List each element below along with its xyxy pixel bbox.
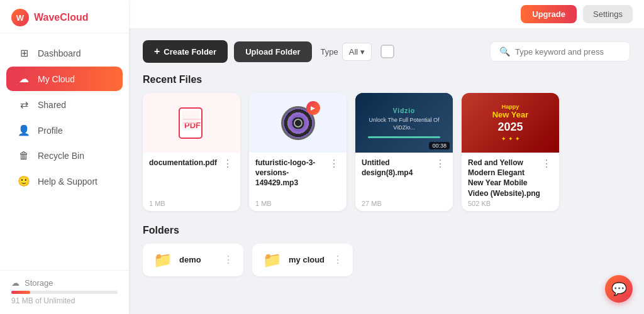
sidebar-item-my-cloud-label: My Cloud: [38, 74, 75, 84]
file-size-pdf: 1 MB: [149, 200, 234, 207]
sidebar-item-recycle-bin-label: Recycle Bin: [38, 151, 84, 161]
sidebar-item-dashboard[interactable]: ⊞ Dashboard: [6, 41, 123, 65]
topbar: Upgrade Settings: [129, 0, 644, 29]
sidebar: W WaveCloud ⊞ Dashboard ☁ My Cloud ⇄ Sha…: [0, 0, 129, 314]
logo-wave: Wave: [34, 12, 60, 23]
file-menu-mp4[interactable]: ⋮: [434, 158, 447, 170]
sidebar-nav: ⊞ Dashboard ☁ My Cloud ⇄ Shared 👤 Profil…: [0, 33, 129, 270]
image-thumbnail: Happy New Year 2025 ✦ ✦ ✦: [462, 93, 559, 153]
file-thumb-image: Happy New Year 2025 ✦ ✦ ✦: [462, 93, 559, 153]
chevron-down-icon: ▾: [360, 47, 365, 57]
search-icon: 🔍: [499, 46, 510, 57]
sidebar-item-help-support-label: Help & Support: [38, 176, 97, 187]
sidebar-item-dashboard-label: Dashboard: [38, 48, 81, 58]
video-progress-bar: [368, 136, 440, 138]
logo-cloud: Cloud: [60, 12, 88, 23]
folder-icon-my-cloud: 📁: [263, 251, 282, 269]
sidebar-item-help-support[interactable]: 🙂 Help & Support: [6, 169, 123, 193]
content-area: + Create Folder Upload Folder Type All ▾…: [129, 29, 644, 288]
file-menu-pdf[interactable]: ⋮: [221, 158, 234, 170]
file-info-image: Red and Yellow Modern Elegant New Year M…: [462, 153, 559, 211]
file-menu-image[interactable]: ⋮: [540, 158, 553, 170]
toolbar: + Create Folder Upload Folder Type All ▾…: [143, 40, 630, 63]
file-thumb-pdf: PDF: [143, 93, 240, 153]
folder-icon-demo: 📁: [153, 251, 172, 269]
file-thumb-mp3: ▶: [249, 93, 347, 153]
files-grid: PDF documentation.pdf ⋮ 1 MB: [143, 93, 630, 211]
shared-icon: ⇄: [18, 99, 30, 111]
file-info-pdf: documentation.pdf ⋮ 1 MB: [143, 153, 240, 211]
img-year: 2025: [497, 121, 523, 134]
dashboard-icon: ⊞: [18, 47, 30, 59]
file-info-mp3: futuristic-logo-3-versions-149429.mp3 ⋮ …: [249, 153, 347, 211]
file-name-mp3: futuristic-logo-3-versions-149429.mp3: [255, 158, 328, 188]
sidebar-item-profile-label: Profile: [38, 126, 63, 136]
profile-icon: 👤: [18, 124, 30, 136]
file-info-mp4: Untitled design(8).mp4 ⋮ 27 MB: [355, 153, 453, 211]
sidebar-item-profile[interactable]: 👤 Profile: [6, 118, 123, 143]
storage-label: ☁ Storage: [11, 278, 118, 288]
folder-card-my-cloud: 📁 my cloud ⋮: [252, 244, 353, 276]
main-content: Upgrade Settings + Create Folder Upload …: [129, 0, 644, 314]
img-decorations: ✦ ✦ ✦: [501, 136, 520, 142]
file-size-image: 502 KB: [468, 200, 553, 207]
folders-title: Folders: [143, 225, 630, 236]
folder-icon-my-cloud-wrap: 📁: [262, 250, 282, 270]
video-brand: Vidzio: [393, 107, 415, 114]
type-select-dropdown[interactable]: All ▾: [342, 43, 372, 61]
file-card-pdf: PDF documentation.pdf ⋮ 1 MB: [143, 93, 240, 211]
file-card-image: Happy New Year 2025 ✦ ✦ ✦ Red and Yellow…: [462, 93, 559, 211]
folder-icon-demo-wrap: 📁: [153, 250, 173, 270]
storage-bar-fill: [11, 291, 30, 294]
sidebar-item-shared[interactable]: ⇄ Shared: [6, 92, 123, 117]
file-name-pdf: documentation.pdf: [149, 158, 221, 168]
logo-area: W WaveCloud: [0, 0, 129, 33]
file-size-mp4: 27 MB: [362, 200, 447, 207]
img-happy: Happy: [502, 104, 519, 110]
svg-text:PDF: PDF: [184, 121, 201, 130]
storage-size-label: 91 MB of Unlimited: [11, 296, 118, 305]
folder-menu-demo[interactable]: ⋮: [223, 254, 233, 266]
type-value: All: [349, 47, 358, 57]
disc-play-icon: ▶: [306, 101, 320, 115]
chat-icon: 💬: [611, 281, 627, 296]
file-card-mp4: Vidzio Unlock The Full Potential Of ViDZ…: [355, 93, 453, 211]
folders-grid: 📁 demo ⋮ 📁 my cloud ⋮: [143, 244, 630, 276]
file-name-mp4: Untitled design(8).mp4: [362, 158, 434, 178]
folder-menu-my-cloud[interactable]: ⋮: [333, 254, 343, 266]
recent-files-title: Recent Files: [143, 74, 630, 85]
type-filter: Type All ▾: [321, 43, 372, 61]
img-new-year: New Year: [492, 110, 529, 121]
search-input[interactable]: [515, 47, 621, 57]
select-all-checkbox[interactable]: [380, 45, 394, 58]
type-label: Type: [321, 47, 338, 57]
logo-text: WaveCloud: [34, 12, 89, 23]
recycle-bin-icon: 🗑: [18, 150, 30, 161]
sidebar-item-shared-label: Shared: [38, 100, 66, 110]
file-size-mp3: 1 MB: [255, 200, 340, 207]
file-menu-mp3[interactable]: ⋮: [328, 158, 340, 170]
upload-folder-button[interactable]: Upload Folder: [234, 41, 311, 62]
settings-button[interactable]: Settings: [583, 5, 633, 23]
pdf-icon: PDF: [178, 107, 206, 139]
folder-card-demo: 📁 demo ⋮: [143, 244, 243, 276]
chat-bubble-button[interactable]: 💬: [605, 275, 633, 303]
create-folder-button[interactable]: + Create Folder: [143, 40, 228, 63]
video-thumbnail: Vidzio Unlock The Full Potential Of ViDZ…: [355, 93, 453, 153]
plus-icon: +: [154, 46, 160, 57]
help-support-icon: 🙂: [18, 175, 30, 187]
logo-icon: W: [11, 9, 29, 26]
storage-cloud-icon: ☁: [11, 278, 19, 288]
video-description: Unlock The Full Potential Of ViDZio...: [359, 114, 449, 134]
sidebar-item-my-cloud[interactable]: ☁ My Cloud: [6, 67, 123, 91]
disc-wrap: ▶: [281, 106, 315, 140]
search-box: 🔍: [490, 41, 630, 62]
storage-bar-background: [11, 291, 118, 294]
upgrade-button[interactable]: Upgrade: [521, 5, 577, 23]
folder-name-my-cloud: my cloud: [289, 255, 326, 264]
storage-section: ☁ Storage 91 MB of Unlimited: [0, 270, 129, 314]
video-duration: 00:38: [429, 142, 450, 149]
sidebar-item-recycle-bin[interactable]: 🗑 Recycle Bin: [6, 144, 123, 168]
file-card-mp3: ▶ futuristic-logo-3-versions-149429.mp3 …: [249, 93, 347, 211]
folder-name-demo: demo: [179, 255, 217, 264]
